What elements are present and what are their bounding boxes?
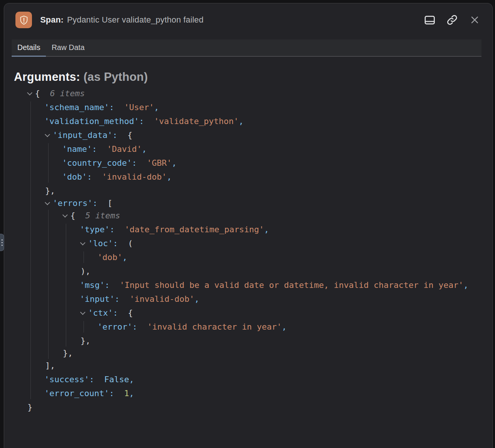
token-s: 'invalid-dob' <box>129 293 194 305</box>
token-p: , <box>264 224 269 235</box>
token-p: , <box>194 293 199 305</box>
token-b: ), <box>80 265 91 277</box>
token-k: 'dob' <box>62 171 87 183</box>
tree-row: } <box>27 401 483 413</box>
dock-bottom-icon[interactable] <box>423 14 436 26</box>
token-w <box>118 307 128 319</box>
token-b: { <box>70 210 75 221</box>
link-icon[interactable] <box>446 14 459 26</box>
token-p: : <box>109 224 114 235</box>
token-w <box>144 115 154 127</box>
token-p: , <box>463 279 468 291</box>
token-k: 'name' <box>62 143 92 155</box>
panel-header: Span:Pydantic User validate_python faile… <box>4 3 492 36</box>
token-b: { <box>35 88 40 99</box>
token-p: , <box>129 387 134 399</box>
tree-row: 'name': 'David', <box>62 143 483 155</box>
tree-row: 'schema_name': 'User', <box>44 101 483 113</box>
token-k: 'validation_method' <box>44 115 139 127</box>
token-p: : <box>112 129 117 141</box>
token-k: 'ctx' <box>88 307 113 319</box>
token-k: 'loc' <box>88 238 113 249</box>
details-content: Arguments:(as Python) { 6 items'schema_n… <box>4 70 492 413</box>
tree-row: 'input': 'invalid-dob', <box>80 293 483 305</box>
collapse-chevron-icon[interactable] <box>27 88 35 99</box>
close-icon[interactable] <box>468 14 481 26</box>
arguments-heading-text: Arguments: <box>14 70 80 83</box>
token-w <box>75 210 85 221</box>
tree-row: }, <box>80 335 483 347</box>
collapse-chevron-icon[interactable] <box>80 307 88 319</box>
span-title-text: Pydantic User validate_python failed <box>67 15 203 24</box>
tree-row: 'error_count': 1, <box>44 387 483 399</box>
token-p: , <box>122 251 127 263</box>
token-s: 'validate_python' <box>154 115 238 127</box>
collapse-chevron-icon[interactable] <box>62 210 70 221</box>
tree-row: ], <box>44 360 483 371</box>
token-k: 'type' <box>80 224 109 235</box>
token-w <box>120 293 130 305</box>
token-w <box>115 224 125 235</box>
token-k: 'errors' <box>53 197 93 209</box>
indent-guide-group: 'schema_name': 'User','validation_method… <box>30 101 483 399</box>
token-b: }, <box>45 185 55 197</box>
token-k: 'input' <box>80 293 115 305</box>
token-s: 'dob' <box>97 251 122 263</box>
tab-bar: Details Raw Data <box>12 39 481 57</box>
token-b: } <box>27 401 32 413</box>
token-w <box>97 197 108 209</box>
tab-details[interactable]: Details <box>12 39 46 57</box>
tree-row: 'input_data': { <box>44 129 483 141</box>
token-p: : <box>115 293 120 305</box>
indent-guide-group: 'dob', <box>84 251 483 263</box>
tree-row: 'error': 'invalid character in year', <box>97 321 483 333</box>
token-kw: False <box>104 374 129 385</box>
token-w <box>114 101 124 113</box>
token-p: , <box>154 101 159 113</box>
tree-row: { 5 items <box>62 210 483 221</box>
span-type-label: Span: <box>40 15 64 24</box>
token-k: 'msg' <box>80 279 105 291</box>
token-p: , <box>129 374 134 385</box>
panel-resize-handle[interactable] <box>0 234 4 251</box>
tree-row: 'ctx': { <box>80 307 483 319</box>
tree-row: 'validation_method': 'validate_python', <box>44 115 483 127</box>
tree-row: { 6 items <box>27 88 483 99</box>
arguments-json-tree: { 6 items'schema_name': 'User','validati… <box>14 88 483 413</box>
span-detail-panel: Span:Pydantic User validate_python faile… <box>4 3 493 448</box>
token-b: [ <box>108 197 112 209</box>
token-w <box>117 129 128 141</box>
token-b: }, <box>63 347 73 359</box>
token-s: 'David' <box>107 143 142 155</box>
header-actions <box>423 14 481 26</box>
tree-row: 'country_code': 'GBR', <box>62 157 483 169</box>
tree-row: 'success': False, <box>44 374 483 385</box>
token-b: ], <box>45 360 55 371</box>
token-n: 1 <box>124 387 129 399</box>
token-k: 'schema_name' <box>44 101 109 113</box>
token-s: 'GBR' <box>147 157 172 169</box>
tree-row: 'msg': 'Input should be a valid date or … <box>80 279 483 291</box>
token-k: 'success' <box>44 374 89 385</box>
token-k: 'error_count' <box>44 387 109 399</box>
arguments-heading-suffix: (as Python) <box>84 70 148 83</box>
token-b: { <box>128 129 132 141</box>
token-p: : <box>132 157 137 169</box>
tab-raw-data[interactable]: Raw Data <box>46 39 90 57</box>
token-p: : <box>89 374 94 385</box>
collapse-chevron-icon[interactable] <box>44 129 53 141</box>
token-k: 'input_data' <box>53 129 112 141</box>
token-s: 'invalid character in year' <box>147 321 282 333</box>
token-p: , <box>142 143 147 155</box>
token-p: : <box>92 143 97 155</box>
token-w <box>92 171 102 183</box>
token-p: , <box>239 115 244 127</box>
token-w <box>114 387 124 399</box>
token-s: 'Input should be a valid date or datetim… <box>120 279 463 291</box>
collapse-chevron-icon[interactable] <box>80 238 88 249</box>
token-w <box>118 238 128 249</box>
token-p: : <box>113 238 118 249</box>
collapse-chevron-icon[interactable] <box>44 197 53 209</box>
token-m: 6 items <box>50 88 85 99</box>
token-p: : <box>109 101 114 113</box>
